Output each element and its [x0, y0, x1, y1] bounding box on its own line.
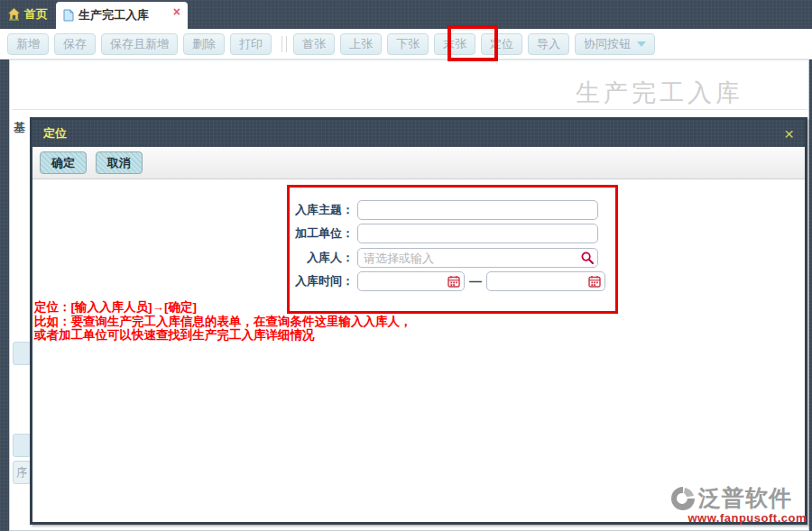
calendar-icon[interactable]: [448, 275, 460, 288]
fanpu-logo-icon: [669, 485, 697, 512]
collab-button[interactable]: 协同按钮: [575, 33, 655, 55]
stock-in-person-input[interactable]: [357, 248, 598, 268]
new-button[interactable]: 新增: [7, 33, 49, 55]
partial-grid-button: [13, 434, 31, 457]
locate-dialog-buttonbar: 确定 取消: [32, 147, 805, 179]
next-record-button[interactable]: 下张: [387, 33, 429, 55]
delete-button[interactable]: 删除: [183, 33, 225, 55]
locate-dialog-header[interactable]: 定位 ×: [32, 120, 805, 147]
stock-in-time-row: 入库时间： —: [291, 271, 605, 291]
subject-field-wrap: [357, 200, 598, 220]
stock-in-person-row: 入库人：: [291, 248, 598, 268]
document-icon: [63, 9, 74, 22]
partial-seq-column-header: 序: [13, 461, 31, 484]
toolbar-separator: [279, 36, 290, 52]
annotation-line-2: 比如：要查询生产完工入库信息的表单，在查询条件这里输入入库人，: [34, 315, 521, 329]
subject-label: 入库主题：: [291, 202, 354, 218]
stock-in-person-field-wrap: [357, 248, 598, 268]
partial-basic-info-tab[interactable]: 基: [14, 120, 25, 136]
stock-in-person-label: 入库人：: [291, 250, 354, 266]
subject-input[interactable]: [357, 200, 598, 220]
first-record-button[interactable]: 首张: [293, 33, 335, 55]
chevron-down-icon: [637, 41, 646, 47]
dialog-close-icon[interactable]: ×: [784, 125, 794, 142]
tab-active[interactable]: 生产完工入库 ×: [56, 2, 188, 29]
search-icon[interactable]: [581, 252, 594, 264]
brand-url: www.fanpusoft.com: [669, 511, 807, 525]
partial-grid-button: [13, 342, 31, 365]
main-toolbar: 新增 保存 保存且新增 删除 打印 首张 上张 下张 末张 定位 导入 协同按钮: [0, 29, 812, 60]
import-button[interactable]: 导入: [528, 33, 569, 55]
locate-button[interactable]: 定位: [481, 33, 522, 55]
save-button[interactable]: 保存: [54, 33, 96, 55]
date-range-separator: —: [469, 274, 482, 288]
title-divider: [12, 109, 807, 110]
stock-in-time-label: 入库时间：: [291, 273, 354, 289]
date-from-field-wrap: [357, 271, 465, 291]
date-to-field-wrap: [486, 271, 605, 291]
brand-watermark: 泛普软件 www.fanpusoft.com: [669, 483, 807, 525]
home-icon: [7, 8, 21, 21]
cancel-button[interactable]: 取消: [96, 151, 143, 174]
processing-unit-row: 加工单位：: [291, 224, 598, 243]
top-tab-bar: 首页 生产完工入库 ×: [0, 0, 812, 29]
calendar-icon[interactable]: [588, 275, 601, 288]
page-title: 生产完工入库: [576, 77, 743, 109]
app-window: 首页 生产完工入库 × 新增 保存 保存且新增 删除 打印 首张 上张 下张 末…: [0, 0, 812, 531]
prev-record-button[interactable]: 上张: [340, 33, 382, 55]
annotation-line-3: 或者加工单位可以快速查找到生产完工入库详细情况: [34, 328, 521, 343]
processing-unit-input[interactable]: [357, 224, 598, 243]
close-icon[interactable]: ×: [173, 5, 180, 18]
last-record-button[interactable]: 末张: [434, 33, 475, 55]
tab-active-label: 生产完工入库: [78, 7, 149, 23]
brand-name: 泛普软件: [698, 483, 792, 513]
subject-row: 入库主题：: [291, 200, 598, 220]
collab-button-label: 协同按钮: [584, 36, 631, 52]
annotation-text: 定位：[输入入库人员]→[确定] 比如：要查询生产完工入库信息的表单，在查询条件…: [34, 300, 521, 343]
ok-button[interactable]: 确定: [40, 151, 87, 174]
annotation-line-1: 定位：[输入入库人员]→[确定]: [34, 300, 521, 315]
locate-dialog-title: 定位: [43, 125, 67, 142]
processing-unit-label: 加工单位：: [291, 225, 354, 242]
tab-home-label: 首页: [24, 6, 48, 23]
print-button[interactable]: 打印: [230, 33, 272, 55]
tab-home[interactable]: 首页: [7, 6, 48, 23]
save-and-new-button[interactable]: 保存且新增: [101, 33, 178, 55]
processing-unit-field-wrap: [357, 224, 598, 243]
